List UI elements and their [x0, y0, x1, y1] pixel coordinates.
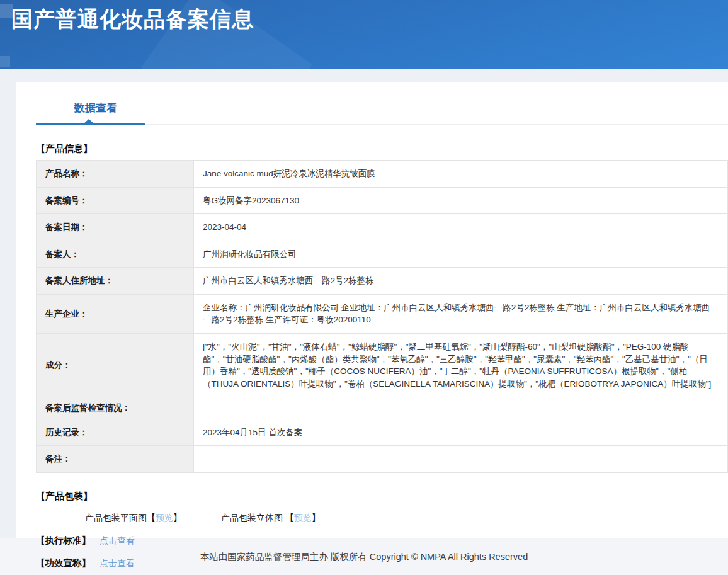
copyright-text: 本站由国家药品监督管理局主办 版权所有 Copyright © NMPA All… [200, 551, 528, 563]
row-label: 备案日期： [37, 214, 194, 241]
packaging-previews: 产品包装平面图【预览】 产品包装立体图 【预览】 [85, 513, 728, 524]
row-label: 生产企业： [37, 294, 194, 333]
tab-data-view[interactable]: 数据查看 [74, 101, 117, 124]
section-heading-executive-standard: 【执行标准】 [36, 535, 91, 545]
product-info-table: 产品名称： Jane volcanic mud妍泥冷泉冰泥精华抗皱面膜 备案编号… [36, 160, 728, 473]
row-value: 2023年04月15日 首次备案 [194, 419, 728, 446]
packaging-3d-view: 产品包装立体图 【预览】 [221, 513, 321, 523]
section-heading-efficacy-claim: 【功效宣称】 [36, 558, 91, 568]
table-row-remarks: 备注： [37, 446, 728, 473]
row-label: 备案人住所地址： [37, 268, 194, 295]
table-row-ingredients: 成分： ["水"，"火山泥"，"甘油"，"液体石蜡"，"鲸蜡硬脂醇"，"聚二甲基… [37, 333, 728, 397]
row-label: 产品名称： [37, 161, 194, 188]
section-heading-packaging: 【产品包装】 [36, 491, 728, 503]
table-row-product-name: 产品名称： Jane volcanic mud妍泥冷泉冰泥精华抗皱面膜 [37, 161, 728, 188]
table-row-manufacturer: 生产企业： 企业名称：广州润研化妆品有限公司 企业地址：广州市白云区人和镇秀水塘… [37, 294, 728, 333]
table-row-supervision: 备案后监督检查情况： [37, 397, 728, 419]
row-value: Jane volcanic mud妍泥冷泉冰泥精华抗皱面膜 [194, 161, 728, 188]
row-value: ["水"，"火山泥"，"甘油"，"液体石蜡"，"鲸蜡硬脂醇"，"聚二甲基硅氧烷"… [194, 333, 728, 397]
row-value [194, 397, 728, 419]
decorative-square-icon [0, 4, 13, 18]
efficacy-claim-view-link[interactable]: 点击查看 [100, 558, 135, 568]
row-label: 备案后监督检查情况： [37, 397, 194, 419]
row-value: 广州润研化妆品有限公司 [194, 241, 728, 268]
row-label: 成分： [37, 333, 194, 397]
page-header: 国产普通化妆品备案信息 [0, 0, 728, 69]
packaging-flat-view: 产品包装平面图【预览】 [85, 513, 185, 523]
packaging-flat-label: 产品包装平面图 [85, 513, 147, 523]
decorative-square-icon [0, 56, 10, 67]
section-heading-product-info: 【产品信息】 [36, 143, 728, 155]
content-card: 数据查看 【产品信息】 产品名称： Jane volcanic mud妍泥冷泉冰… [16, 82, 728, 538]
row-value [194, 446, 728, 473]
executive-standard-view-link[interactable]: 点击查看 [100, 535, 135, 545]
row-value: 广州市白云区人和镇秀水塘西一路2号2栋整栋 [194, 268, 728, 295]
row-label: 备案编号： [37, 187, 194, 214]
packaging-flat-preview-link[interactable]: 预览 [156, 513, 173, 523]
packaging-3d-preview-link[interactable]: 预览 [294, 513, 312, 523]
table-row-filing-number: 备案编号： 粤G妆网备字2023067130 [37, 187, 728, 214]
row-label: 历史记录： [37, 419, 194, 446]
tab-underline [36, 124, 728, 125]
row-label: 备注： [37, 446, 194, 473]
table-row-filing-date: 备案日期： 2023-04-04 [37, 214, 728, 241]
table-row-history: 历史记录： 2023年04月15日 首次备案 [37, 419, 728, 446]
row-value: 2023-04-04 [194, 214, 728, 241]
row-label: 备案人： [37, 241, 194, 268]
packaging-3d-label: 产品包装立体图 [221, 513, 285, 523]
active-tab-arrow-icon [83, 119, 94, 124]
table-row-registrant-address: 备案人住所地址： 广州市白云区人和镇秀水塘西一路2号2栋整栋 [37, 268, 728, 295]
row-value: 企业名称：广州润研化妆品有限公司 企业地址：广州市白云区人和镇秀水塘西一路2号2… [194, 294, 728, 333]
row-value: 粤G妆网备字2023067130 [194, 187, 728, 214]
tab-bar: 数据查看 [36, 101, 728, 125]
page-title: 国产普通化妆品备案信息 [11, 5, 254, 34]
table-row-registrant: 备案人： 广州润研化妆品有限公司 [37, 241, 728, 268]
